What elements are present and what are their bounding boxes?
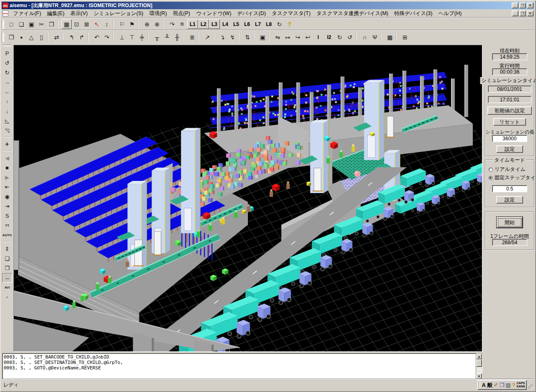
perspective-view-button[interactable]: ❐ <box>2 263 12 273</box>
menu-help[interactable]: ヘルプ(H) <box>436 9 465 18</box>
list-button[interactable]: ≣ <box>187 33 197 42</box>
menu-environment[interactable]: 環境(R) <box>146 9 170 18</box>
open-file-button[interactable]: ❏ <box>16 19 26 29</box>
hierarchy-button[interactable]: ⧉ <box>177 19 187 29</box>
stop-button[interactable]: ■ <box>2 163 12 173</box>
layer-4-button[interactable]: L4 <box>220 19 231 29</box>
select-rect-button[interactable]: ⊡ <box>72 19 82 29</box>
layer-6-button[interactable]: L6 <box>242 19 253 29</box>
log-scrollbar[interactable]: ▲ ▼ <box>476 353 482 379</box>
realtime-radio[interactable] <box>489 168 493 172</box>
toolbar-grip[interactable] <box>2 20 5 29</box>
conveyor-straight-button[interactable]: ⇄ <box>52 33 62 42</box>
point-branch-button[interactable]: ↪ <box>293 33 303 42</box>
3d-viewport[interactable] <box>13 45 482 352</box>
rewind-button[interactable]: ◀ <box>2 153 12 163</box>
turn-cw-button[interactable]: ↻ <box>335 33 345 42</box>
pointer-mode-button[interactable]: P <box>2 49 12 58</box>
conveyor-curve-right-button[interactable]: ↷ <box>102 33 112 42</box>
menu-device[interactable]: デバイス(D) <box>234 9 269 18</box>
rack-device-button[interactable]: ▦ <box>385 33 395 42</box>
zoom-in-view-button[interactable]: ◹ <box>2 126 12 135</box>
save-button[interactable]: ▣ <box>26 19 36 29</box>
point-merge-button[interactable]: ↩ <box>303 33 313 42</box>
mdi-close-button[interactable]: ✕ <box>527 10 533 16</box>
cylinder-tool-button[interactable]: ▯ <box>36 33 46 42</box>
new-file-button[interactable]: □ <box>6 19 16 29</box>
menu-file[interactable]: ファイル(F) <box>10 9 44 18</box>
sphere-tool-button[interactable]: ● <box>16 33 26 42</box>
start-button[interactable]: 開始 <box>497 217 523 228</box>
vertical-move-button[interactable]: ↕ <box>102 19 112 29</box>
layer-2-button[interactable]: L2 <box>198 19 209 29</box>
step-forward-button[interactable]: ⇥ <box>2 201 12 211</box>
realtime-radio-row[interactable]: リアルタイム <box>489 166 526 173</box>
task-log-area[interactable]: 0003, S, , SET_BARCODE_TO_CHILD,@JobID00… <box>2 353 482 379</box>
conveyor-cross2-button[interactable]: ╫ <box>172 33 182 42</box>
table-device-button[interactable]: ⊞ <box>400 33 410 42</box>
layer-8-button[interactable]: L8 <box>263 19 274 29</box>
scrollbar-thumb[interactable] <box>476 359 482 367</box>
s-mode-button[interactable]: S <box>2 211 12 221</box>
label-i2-button[interactable]: I2 <box>324 33 335 42</box>
conveyor-branch2-button[interactable]: ╨ <box>162 33 172 42</box>
cut-button[interactable]: ✂ <box>36 19 46 29</box>
unlink-device-button[interactable]: ⊗ <box>152 19 162 29</box>
zoom-out-view-button[interactable]: ◺ <box>2 116 12 126</box>
conveyor-corner-right-button[interactable]: ↱ <box>77 33 87 42</box>
path-button[interactable]: ↗ <box>202 33 212 42</box>
fit-width-button[interactable]: ↔ <box>2 273 12 283</box>
minimize-button[interactable]: _ <box>512 3 518 8</box>
ime-input-mode[interactable]: A <box>482 382 486 388</box>
reset-button[interactable]: リセット <box>493 118 526 126</box>
avi-stop-button[interactable]: ▪ <box>2 292 12 302</box>
ime-help-icon[interactable]: ? <box>512 382 515 388</box>
sim-length-input[interactable]: 36000 <box>492 135 527 142</box>
fly-view-button[interactable]: ✈ <box>2 139 12 149</box>
step-size-input[interactable]: 0.5 <box>492 185 527 192</box>
scrollbar-track[interactable] <box>476 359 482 373</box>
step-back-button[interactable]: ⇤ <box>2 182 12 192</box>
ime-caps-kana[interactable]: CAPS KANA <box>517 382 525 388</box>
ime-pad-icon[interactable]: ▤ <box>506 382 511 388</box>
layer-3-button[interactable]: L3 <box>209 19 220 29</box>
resize-grip[interactable] <box>528 384 533 389</box>
scroll-up-button[interactable]: ▲ <box>476 353 482 359</box>
lifter-button[interactable]: ⇅ <box>242 33 253 42</box>
avi-record-button[interactable]: AVI <box>2 283 12 292</box>
cone-tool-button[interactable]: △ <box>26 33 36 42</box>
flag-start-button[interactable]: ⚐ <box>117 19 127 29</box>
conveyor-curve-left-button[interactable]: ↶ <box>92 33 102 42</box>
close-button[interactable]: ✕ <box>527 3 533 8</box>
help-button[interactable]: ? <box>284 19 294 29</box>
drop-in-button[interactable]: ↴ <box>217 33 227 42</box>
step-set-button[interactable]: 設定 <box>496 196 523 204</box>
rotate-view-ccw-button[interactable]: ↺ <box>2 58 12 68</box>
shuttle-button[interactable]: ⇋ <box>273 33 283 42</box>
fixed-step-radio[interactable] <box>489 176 493 180</box>
layer-5-button[interactable]: L5 <box>231 19 242 29</box>
rotate-view-cw-button[interactable]: ↻ <box>2 68 12 77</box>
conveyor-branch-button[interactable]: ⊤ <box>127 33 137 42</box>
sim-length-set-button[interactable]: 設定 <box>496 145 523 153</box>
rotate-object-button[interactable]: ↻ <box>274 19 284 29</box>
move-to-start-button[interactable]: ← <box>2 87 12 97</box>
menu-edit[interactable]: 編集(E) <box>44 9 67 18</box>
init-values-button[interactable]: 初期値の設定 <box>487 106 532 115</box>
flag-end-button[interactable]: ⚑ <box>127 19 137 29</box>
ime-dictionary-icon[interactable]: ❒ <box>500 382 505 388</box>
move-to-end-button[interactable]: → <box>2 77 12 87</box>
menu-window[interactable]: ウィンドウ(W) <box>193 9 234 18</box>
menu-viewpoint[interactable]: 視点(P) <box>170 9 193 18</box>
grid-toggle-button[interactable]: ▦ <box>62 19 72 29</box>
conveyor-cross-button[interactable]: ╪ <box>137 33 147 42</box>
worker-device-button[interactable]: Ψ <box>370 33 380 42</box>
fit-height-button[interactable]: ⇕ <box>2 244 12 254</box>
turn-ccw-button[interactable]: ↺ <box>345 33 355 42</box>
yt-mode-button[interactable]: YT <box>2 221 12 230</box>
menu-special-device[interactable]: 特殊デバイス(3) <box>391 9 435 18</box>
menu-taskmaster[interactable]: タスクマスタ(T) <box>269 9 314 18</box>
conveyor-merge-button[interactable]: ⊥ <box>117 33 127 42</box>
mdi-minimize-button[interactable]: _ <box>512 10 518 16</box>
window-device-button[interactable]: ▣ <box>258 33 268 42</box>
